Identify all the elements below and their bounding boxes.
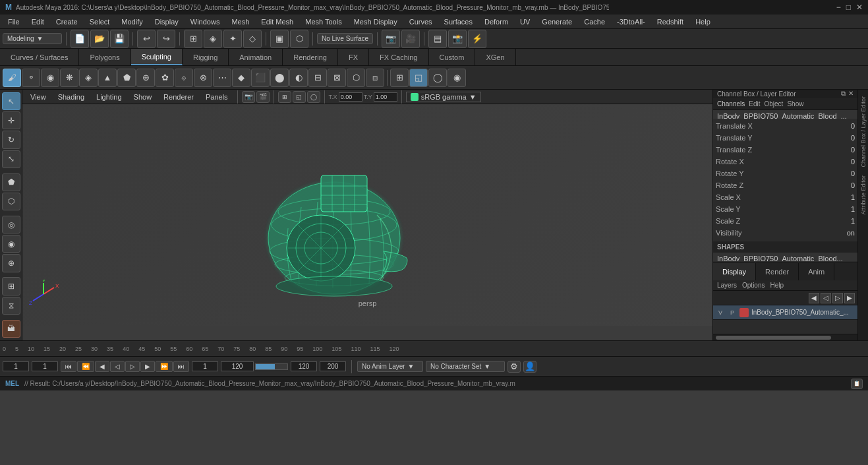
paint-tool-btn[interactable]: ⬡: [2, 193, 20, 210]
panel-float-btn[interactable]: ⧉: [841, 90, 846, 98]
side-tab-attribute-editor[interactable]: Attribute Editor: [859, 171, 868, 219]
attr-rotate-y[interactable]: Rotate Y 0: [713, 168, 857, 179]
layer-item[interactable]: V P InBody_BPBIO750_Automatic_...: [713, 305, 857, 320]
sculpt-tool-4[interactable]: ❋: [60, 69, 78, 87]
layer-p-label[interactable]: P: [728, 308, 737, 317]
shading-menu[interactable]: Shading: [53, 92, 90, 102]
sculpt-display-3[interactable]: ◯: [428, 69, 447, 87]
attr-translate-y[interactable]: Translate Y 0: [713, 132, 857, 144]
menu-surfaces[interactable]: Surfaces: [439, 16, 478, 27]
frame-max-input[interactable]: [320, 361, 346, 371]
menu-mesh-display[interactable]: Mesh Display: [349, 16, 403, 27]
layers-next2-btn[interactable]: ▷: [832, 293, 843, 303]
object-label[interactable]: Object: [765, 100, 784, 108]
frame-start-input[interactable]: [3, 361, 29, 371]
menu-mesh[interactable]: Mesh: [226, 16, 254, 27]
sculpt-tool-8[interactable]: ⊕: [136, 69, 155, 87]
sculpt-display-1[interactable]: ⊞: [390, 69, 409, 87]
sculpt-tool-7[interactable]: ⬟: [117, 69, 136, 87]
vp-smooth-btn[interactable]: ◯: [307, 91, 320, 103]
lasso-tool-btn[interactable]: ⬟: [2, 173, 20, 191]
ipr-btn[interactable]: ⚡: [468, 30, 486, 48]
show-menu[interactable]: Show: [129, 92, 158, 102]
render-region-btn[interactable]: ▤: [428, 30, 447, 48]
frame-range-slider[interactable]: [255, 363, 288, 370]
rotate-tool-btn[interactable]: ↻: [2, 131, 20, 148]
select-tool-btn[interactable]: ↖: [2, 92, 20, 110]
vp-camera-btn[interactable]: 📷: [242, 91, 255, 103]
translate-x-input[interactable]: [339, 92, 362, 102]
side-tab-channel-box[interactable]: Channel Box / Layer Editor: [859, 92, 868, 171]
prev-frame-btn[interactable]: ◀: [95, 361, 109, 372]
panel-close-btn[interactable]: ✕: [848, 90, 854, 98]
attr-scale-y[interactable]: Scale Y 1: [713, 203, 857, 215]
layers-tab-anim[interactable]: Anim: [799, 263, 834, 280]
redshift-btn[interactable]: ⊕: [2, 254, 20, 272]
sculpt-tool-9[interactable]: ✿: [156, 69, 174, 87]
close-btn[interactable]: ✕: [856, 3, 863, 12]
attr-visibility[interactable]: Visibility on: [713, 227, 857, 239]
menu-edit-mesh[interactable]: Edit Mesh: [256, 16, 299, 27]
tab-fx-caching[interactable]: FX Caching: [369, 49, 428, 65]
color-profile-selector[interactable]: sRGB gamma ▼: [406, 92, 481, 102]
sculpt-tool-2[interactable]: ⚬: [22, 69, 40, 87]
sculpt-tool-17[interactable]: ⊟: [308, 69, 327, 87]
sculpt-tool-12[interactable]: ⋯: [213, 69, 231, 87]
char-set-selector[interactable]: No Character Set ▼: [426, 361, 505, 372]
snap-surface-btn[interactable]: ◇: [243, 30, 262, 48]
title-controls[interactable]: − □ ✕: [836, 3, 863, 12]
next-frame-btn[interactable]: ▶: [140, 361, 155, 372]
snap-btn[interactable]: ⧖: [2, 297, 20, 315]
tab-polygons[interactable]: Polygons: [79, 49, 130, 65]
camera-btn[interactable]: 🏔: [2, 320, 20, 338]
sculpt-tool-3[interactable]: ◉: [41, 69, 59, 87]
menu-curves[interactable]: Curves: [404, 16, 438, 27]
panels-menu[interactable]: Panels: [200, 92, 233, 102]
translate-y-input[interactable]: [374, 92, 397, 102]
no-live-surface-btn[interactable]: No Live Surface: [317, 33, 373, 44]
softmod-btn[interactable]: ◎: [2, 216, 20, 233]
show-label[interactable]: Show: [787, 100, 803, 108]
cam-btn2[interactable]: 🎥: [401, 30, 420, 48]
snap-curve-btn[interactable]: ◈: [204, 30, 222, 48]
select-mode-btn[interactable]: ▣: [270, 30, 289, 48]
sculpt-tool-19[interactable]: ⬡: [347, 69, 365, 87]
sculpt-tool-14[interactable]: ⬛: [251, 69, 270, 87]
channels-label[interactable]: Channels: [717, 100, 745, 108]
sculpt-display-4[interactable]: ◉: [448, 69, 466, 87]
sculpt-tool-6[interactable]: ▲: [98, 69, 117, 87]
tab-custom[interactable]: Custom: [429, 49, 476, 65]
tab-fx[interactable]: FX: [338, 49, 369, 65]
tab-xgen[interactable]: XGen: [475, 49, 515, 65]
anim-layer-selector[interactable]: No Anim Layer ▼: [357, 361, 423, 372]
panel-title-controls[interactable]: ⧉ ✕: [841, 90, 854, 98]
save-scene-btn[interactable]: 💾: [110, 30, 129, 48]
menu-redshift[interactable]: Redshift: [652, 16, 689, 27]
cam-btn1[interactable]: 📷: [382, 30, 400, 48]
mode-selector[interactable]: Modeling ▼: [3, 33, 62, 44]
step-fwd-btn[interactable]: ⏩: [156, 361, 173, 372]
scale-tool-btn[interactable]: ⤡: [2, 150, 20, 168]
snap-grid-btn[interactable]: ⊞: [184, 30, 202, 48]
vp-film-btn[interactable]: 🎬: [256, 91, 270, 103]
menu-create[interactable]: Create: [51, 16, 83, 27]
go-to-start-btn[interactable]: ⏮: [61, 361, 76, 372]
layers-options-menu[interactable]: Options: [742, 282, 765, 289]
attr-scale-x[interactable]: Scale X 1: [713, 191, 857, 203]
step-back-btn[interactable]: ⏪: [77, 361, 94, 372]
shapes-section-header[interactable]: SHAPES: [713, 241, 857, 253]
menu-uv[interactable]: UV: [515, 16, 535, 27]
frame-end-input[interactable]: [291, 361, 317, 371]
anim-prefs-btn[interactable]: 👤: [523, 361, 536, 373]
frame-current-input2[interactable]: [192, 361, 218, 371]
layer-v-label[interactable]: V: [716, 308, 725, 317]
attr-rotate-z[interactable]: Rotate Z 0: [713, 179, 857, 191]
layers-prev2-btn[interactable]: ◁: [821, 293, 831, 303]
attr-scale-z[interactable]: Scale Z 1: [713, 215, 857, 227]
tab-rigging[interactable]: Rigging: [183, 49, 229, 65]
tab-rendering[interactable]: Rendering: [283, 49, 338, 65]
attr-rotate-x[interactable]: Rotate X 0: [713, 156, 857, 168]
vp-wire-btn[interactable]: ◱: [293, 91, 306, 103]
preferences-btn[interactable]: ⚙: [507, 361, 521, 373]
layers-layers-menu[interactable]: Layers: [717, 282, 737, 289]
